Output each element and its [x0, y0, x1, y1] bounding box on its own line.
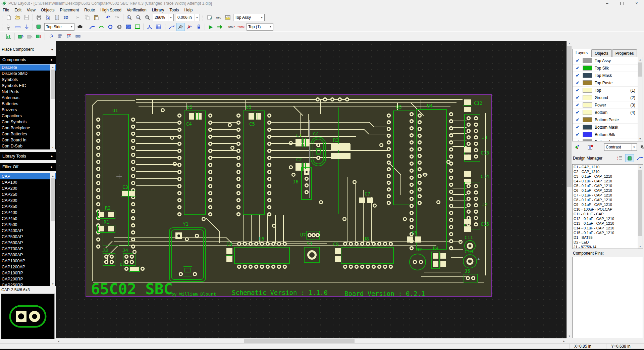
board-side-select[interactable]: Top Side▼: [44, 23, 74, 31]
scroll-left-icon[interactable]: ◄: [56, 339, 61, 343]
scroll-down-icon[interactable]: ▼: [50, 145, 55, 149]
design-manager-item[interactable]: C13 - 0.1uF - CAP_1210: [573, 221, 643, 226]
layer-color-swatch[interactable]: [583, 95, 592, 100]
layer-color-swatch[interactable]: [583, 125, 592, 130]
category-list-item[interactable]: Symbols: [0, 77, 56, 83]
measure-tool-icon[interactable]: [13, 23, 22, 31]
copy-icon[interactable]: [83, 13, 91, 21]
category-list-item[interactable]: Symbols EIC: [0, 83, 56, 89]
design-manager-item[interactable]: D2 - LED: [573, 240, 643, 245]
menu-item[interactable]: High Speed: [98, 8, 124, 12]
layer-visible-checkbox[interactable]: ✔: [573, 132, 583, 137]
components-section-header[interactable]: Components ►: [0, 56, 56, 64]
find-icon[interactable]: [76, 23, 84, 31]
part-list-item[interactable]: CAP400: [0, 210, 56, 216]
design-manager-item[interactable]: C5 - 0.1uF - CAP_1210: [573, 183, 643, 188]
place-component-header[interactable]: Place Component ◄: [0, 46, 56, 52]
contrast-select[interactable]: Contrast▼: [604, 143, 637, 151]
layer-visible-checkbox[interactable]: ✔: [573, 58, 583, 63]
layer-list-scrollbar[interactable]: ▲ ▼: [638, 57, 643, 141]
canvas-vertical-scrollbar[interactable]: ▲ ▼: [567, 41, 572, 338]
category-list-item[interactable]: Con Board In: [0, 137, 56, 143]
design-manager-item[interactable]: C4 - 0.1uF - CAP_1210: [573, 179, 643, 183]
compare-schematic-icon[interactable]: [25, 32, 34, 40]
design-manager-item[interactable]: C14 - 0.1uF - CAP_1210: [573, 226, 643, 230]
zoom-in-icon[interactable]: [125, 13, 133, 21]
edit-traces-tool-icon[interactable]: [176, 23, 185, 31]
close-button[interactable]: ×: [629, 0, 644, 7]
layer-row[interactable]: ✔ Bottom Paste: [573, 116, 643, 124]
category-list-item[interactable]: Con Batteries: [0, 131, 56, 137]
part-list-item[interactable]: CAP200: [0, 185, 56, 191]
scroll-down-icon[interactable]: ▼: [638, 244, 643, 249]
update-all-icon[interactable]: [47, 32, 55, 40]
scroll-right-icon[interactable]: ►: [561, 339, 567, 343]
menu-item[interactable]: Tools: [167, 8, 181, 12]
menu-item[interactable]: Edit: [12, 8, 24, 12]
drc-check-icon[interactable]: DRC✓: [228, 23, 236, 31]
layer-setup-icon[interactable]: [586, 143, 594, 151]
layer-visible-checkbox[interactable]: ✔: [573, 110, 583, 115]
minimize-button[interactable]: –: [600, 0, 614, 7]
redo-icon[interactable]: ↷: [113, 13, 121, 21]
part-list-item[interactable]: CAP: [0, 173, 56, 179]
menu-item[interactable]: Help: [181, 8, 195, 12]
tab-layers[interactable]: Layers: [572, 49, 591, 57]
design-manager-item[interactable]: C2 - CAP_1210: [573, 169, 643, 174]
assembly-select[interactable]: Top Assy▼: [233, 14, 265, 21]
design-manager-item[interactable]: C9 - 0.1uF - CAP_1210: [573, 202, 643, 207]
drc-report-icon[interactable]: ⇦DRC: [237, 23, 245, 31]
layer-visible-checkbox[interactable]: ✔: [573, 80, 583, 85]
design-manager-item[interactable]: C1 - CAP_1210: [573, 165, 643, 169]
category-list-item[interactable]: Con Symbols: [0, 119, 56, 125]
category-list-item[interactable]: Batteries: [0, 101, 56, 107]
layer-row[interactable]: ✔ Top (1): [573, 87, 643, 94]
unroute-tool-icon[interactable]: [185, 23, 194, 31]
layer-visible-checkbox[interactable]: ✔: [573, 73, 583, 78]
menu-item[interactable]: Route: [82, 8, 98, 12]
place-pad-icon[interactable]: [115, 23, 123, 31]
new-file-icon[interactable]: [4, 13, 13, 21]
scroll-down-icon[interactable]: ▼: [638, 136, 643, 141]
layer-color-swatch[interactable]: [583, 58, 592, 63]
category-list-scrollbar[interactable]: ▲ ▼: [50, 64, 55, 149]
place-trace-icon[interactable]: [88, 23, 96, 31]
layer-color-swatch[interactable]: [583, 132, 592, 137]
part-list-item[interactable]: CAP500: [0, 222, 56, 228]
route-step-icon[interactable]: [216, 23, 224, 31]
placement-origin-icon[interactable]: [22, 23, 31, 31]
part-list-item[interactable]: CAP600AP: [0, 240, 56, 246]
place-copper-pour-icon[interactable]: [124, 23, 132, 31]
design-manager-item[interactable]: D1 - BAT85: [573, 235, 643, 240]
select-tool-icon[interactable]: [4, 23, 13, 31]
part-list-item[interactable]: CAP100: [0, 179, 56, 185]
pcb-canvas[interactable]: U1 U2 C4 U3 C5: [56, 41, 567, 338]
layer-row[interactable]: ✔ Top Silk: [573, 64, 643, 72]
scroll-up-icon[interactable]: ▲: [638, 57, 643, 62]
layer-visible-checkbox[interactable]: ✔: [573, 65, 583, 71]
layer-visible-checkbox[interactable]: ✔: [573, 102, 583, 107]
toolbar-drag-handle[interactable]: [202, 14, 204, 20]
place-arc-icon[interactable]: [97, 23, 105, 31]
layer-color-swatch[interactable]: [583, 139, 592, 141]
category-list-item[interactable]: Buzzers: [0, 107, 56, 113]
align-left-icon[interactable]: [56, 32, 64, 40]
design-manager-item[interactable]: C3 - 0.1uF - CAP_1210: [573, 174, 643, 179]
category-list-item[interactable]: Antennas: [0, 95, 56, 101]
layer-color-swatch[interactable]: [583, 73, 592, 78]
layer-row[interactable]: ✔ Power (3): [573, 101, 643, 109]
category-list-item[interactable]: Con D-Sub: [0, 143, 56, 149]
tab-properties[interactable]: Properties: [612, 49, 637, 57]
category-list-item[interactable]: Con Backplane: [0, 125, 56, 131]
design-manager-item[interactable]: C15 - 0.1uF - CAP_1210: [573, 230, 643, 235]
scroll-up-icon[interactable]: ▲: [567, 41, 572, 46]
current-layer-select[interactable]: Top (1)▼: [247, 23, 273, 31]
component-pins-list[interactable]: [572, 257, 643, 338]
canvas-horizontal-scrollbar[interactable]: ◄ ►: [56, 338, 567, 344]
maximize-button[interactable]: [614, 0, 629, 7]
scrollbar-thumb[interactable]: [51, 70, 55, 99]
scroll-up-icon[interactable]: ▲: [50, 64, 55, 69]
lock-net-tool-icon[interactable]: [195, 23, 203, 31]
menu-item[interactable]: Library: [149, 8, 167, 12]
part-list-item[interactable]: CAP200RP: [0, 276, 56, 282]
